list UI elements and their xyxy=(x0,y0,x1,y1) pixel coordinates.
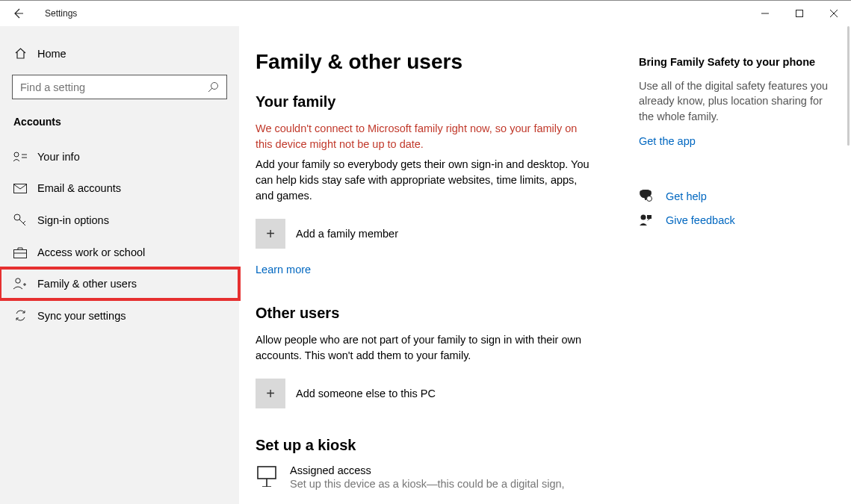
home-icon xyxy=(13,47,27,60)
section-your-family: Your family We couldn't connect to Micro… xyxy=(256,93,624,276)
svg-rect-1 xyxy=(796,10,803,17)
give-feedback-label: Give feedback xyxy=(666,214,735,226)
sidebar-item-signin[interactable]: Sign-in options xyxy=(0,204,239,237)
svg-rect-23 xyxy=(647,215,652,219)
page-title: Family & other users xyxy=(256,50,624,74)
family-desc: Add your family so everybody gets their … xyxy=(256,157,592,204)
section-heading: Other users xyxy=(256,305,624,322)
key-icon xyxy=(13,214,27,227)
svg-line-12 xyxy=(23,221,25,223)
plus-icon: + xyxy=(256,379,285,408)
sidebar-item-label: Email & accounts xyxy=(37,182,121,194)
svg-point-6 xyxy=(14,152,19,157)
briefcase-icon xyxy=(13,247,27,258)
sidebar-item-family[interactable]: Family & other users xyxy=(0,268,239,299)
svg-line-5 xyxy=(208,88,212,92)
kiosk-icon xyxy=(256,464,278,490)
window-title: Settings xyxy=(45,8,77,19)
search-input[interactable] xyxy=(20,81,185,93)
help-icon xyxy=(639,190,652,203)
promo-heading: Bring Family Safety to your phone xyxy=(639,56,833,68)
search-box[interactable] xyxy=(12,75,227,99)
section-heading: Your family xyxy=(256,93,624,111)
get-help-link[interactable]: Get help xyxy=(639,190,833,203)
maximize-icon xyxy=(796,10,803,17)
aside-panel: Bring Family Safety to your phone Use al… xyxy=(639,26,833,504)
scrollbar[interactable] xyxy=(847,26,850,146)
assigned-access-button[interactable]: Assigned access Set up this device as a … xyxy=(256,464,624,490)
title-bar: Settings xyxy=(0,1,851,26)
mail-icon xyxy=(13,184,27,193)
sidebar-item-label: Family & other users xyxy=(37,278,137,290)
svg-point-21 xyxy=(647,196,652,201)
back-button[interactable] xyxy=(12,7,24,19)
search-icon xyxy=(207,81,219,93)
get-help-label: Get help xyxy=(666,190,707,202)
minimize-icon xyxy=(761,10,769,17)
sidebar-section-label: Accounts xyxy=(0,99,239,141)
back-arrow-icon xyxy=(12,7,24,19)
sidebar-home[interactable]: Home xyxy=(0,40,239,67)
add-family-label: Add a family member xyxy=(296,228,398,240)
sidebar-item-label: Sync your settings xyxy=(37,310,126,322)
section-kiosk: Set up a kiosk Assigned access Set up th… xyxy=(256,437,624,490)
assigned-access-sub: Set up this device as a kiosk—this could… xyxy=(290,478,565,490)
minimize-button[interactable] xyxy=(748,1,782,26)
section-heading: Set up a kiosk xyxy=(256,437,624,454)
sidebar-item-label: Sign-in options xyxy=(37,214,109,226)
sidebar-item-work-school[interactable]: Access work or school xyxy=(0,237,239,268)
main-content: Family & other users Your family We coul… xyxy=(239,26,639,504)
sidebar: Home Accounts Your info Email & accounts… xyxy=(0,26,239,504)
sync-icon xyxy=(13,309,27,322)
person-plus-icon xyxy=(13,278,27,290)
sidebar-item-email[interactable]: Email & accounts xyxy=(0,172,239,204)
learn-more-link[interactable]: Learn more xyxy=(256,264,311,276)
assigned-access-title: Assigned access xyxy=(290,464,565,476)
svg-point-15 xyxy=(16,279,20,283)
section-other-users: Other users Allow people who are not par… xyxy=(256,305,624,408)
svg-line-11 xyxy=(19,220,25,225)
person-card-icon xyxy=(13,152,27,162)
svg-rect-18 xyxy=(258,467,276,479)
sidebar-item-your-info[interactable]: Your info xyxy=(0,141,239,172)
promo-desc: Use all of the digital safety features y… xyxy=(639,78,833,124)
sidebar-home-label: Home xyxy=(37,48,66,60)
svg-point-22 xyxy=(641,214,646,220)
svg-rect-13 xyxy=(14,249,27,258)
sidebar-item-sync[interactable]: Sync your settings xyxy=(0,299,239,332)
get-app-link[interactable]: Get the app xyxy=(639,135,696,147)
close-icon xyxy=(830,10,838,17)
sidebar-item-label: Access work or school xyxy=(37,246,145,258)
give-feedback-link[interactable]: Give feedback xyxy=(639,214,833,227)
svg-point-10 xyxy=(14,214,20,220)
add-other-label: Add someone else to this PC xyxy=(296,388,436,399)
plus-icon: + xyxy=(256,219,285,249)
family-error-text: We couldn't connect to Microsoft family … xyxy=(256,121,592,152)
close-button[interactable] xyxy=(817,1,851,26)
other-desc: Allow people who are not part of your fa… xyxy=(256,332,592,364)
sidebar-item-label: Your info xyxy=(37,151,80,163)
add-family-member-button[interactable]: + Add a family member xyxy=(256,219,624,249)
maximize-button[interactable] xyxy=(782,1,817,26)
add-other-user-button[interactable]: + Add someone else to this PC xyxy=(256,379,624,408)
feedback-icon xyxy=(639,214,652,227)
